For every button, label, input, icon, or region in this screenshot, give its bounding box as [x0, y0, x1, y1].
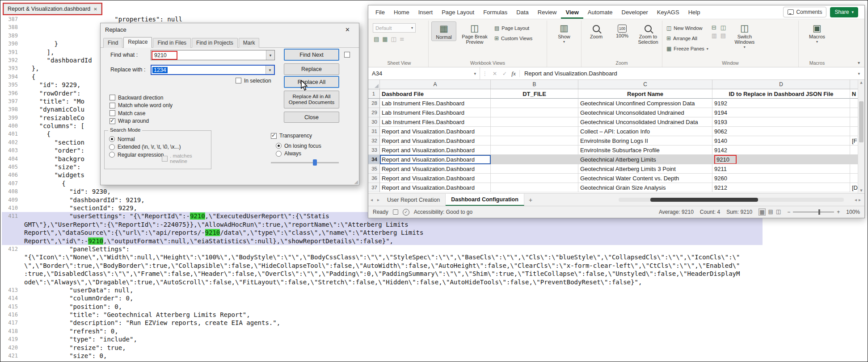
show-button[interactable]: ▥ Show ▾: [552, 21, 576, 45]
row-number[interactable]: 36: [368, 174, 380, 183]
formula-bar-expand-icon[interactable]: ▾: [858, 71, 864, 76]
cell-B28[interactable]: [491, 99, 578, 108]
dialog-tab-find-in-projects[interactable]: Find in Projects: [192, 38, 238, 48]
hide-window-icon[interactable]: ▥: [712, 33, 719, 39]
zoom-to-selection-button[interactable]: Zoom to Selection: [636, 21, 660, 46]
new-window-button[interactable]: ◫ New Window: [665, 24, 710, 33]
option-match-case[interactable]: Match case: [110, 109, 173, 117]
row-number[interactable]: 31: [368, 127, 380, 136]
exit-sheet-view-icon[interactable]: ▦: [382, 36, 388, 42]
transparency-mode-always[interactable]: Always: [276, 150, 321, 158]
ribbon-tab-view[interactable]: View: [561, 5, 583, 19]
dialog-title-bar[interactable]: Replace ✕: [101, 23, 359, 36]
row-number[interactable]: 29: [368, 108, 380, 117]
normal-view-button[interactable]: ▦ Normal: [431, 21, 456, 41]
scroll-up-icon[interactable]: ▲: [858, 81, 864, 84]
zoom-in-icon[interactable]: +: [837, 209, 840, 215]
cell-D29[interactable]: 9194: [712, 108, 850, 117]
row-number[interactable]: 32: [368, 136, 380, 146]
find-what-input[interactable]: 9210 ▾: [151, 50, 275, 60]
ribbon-tab-formulas[interactable]: Formulas: [479, 5, 512, 19]
search-mode-extended-n-r-t-0-x-[interactable]: Extended (\n, \r, \t, \0, \x...): [109, 143, 181, 151]
new-sheet-view-icon[interactable]: ◫: [391, 36, 396, 42]
sheet-nav-left-icon[interactable]: ◂: [368, 197, 375, 202]
cell-A34[interactable]: Report and Visualization.Dashboard: [380, 155, 491, 164]
cell-C36[interactable]: Geotechnical Water Content vs. Depth: [578, 174, 712, 183]
cell-A30[interactable]: Lab Instrument Files.Dashboard: [380, 117, 491, 127]
cell-D30[interactable]: 9193: [712, 117, 850, 127]
search-mode-normal[interactable]: Normal: [109, 135, 181, 143]
cell-B31[interactable]: [491, 127, 578, 136]
ribbon-tab-data[interactable]: Data: [512, 5, 533, 19]
cell-C28[interactable]: Geotechnical Unconfined Compression Data: [578, 99, 712, 108]
transparency-checkbox[interactable]: Transparency: [271, 133, 312, 139]
custom-views-button[interactable]: ⊞ Custom Views: [493, 34, 534, 43]
dialog-tab-replace[interactable]: Replace: [123, 37, 152, 48]
hscroll-left-icon[interactable]: ◂: [855, 197, 857, 202]
cell-B34[interactable]: [491, 155, 578, 164]
scrollbar-thumb[interactable]: [859, 101, 864, 142]
page-break-view-icon[interactable]: ◫: [776, 208, 781, 216]
share-button[interactable]: Share ▾: [830, 7, 858, 17]
ribbon-tab-file[interactable]: File: [371, 5, 389, 19]
cell-E37[interactable]: [D: [850, 183, 858, 192]
option-backward-direction[interactable]: Backward direction: [110, 94, 173, 102]
replace-button[interactable]: Replace: [284, 63, 339, 75]
row-number[interactable]: 1: [368, 89, 380, 99]
formula-bar-value[interactable]: Report and Visualization.Dashboard: [520, 70, 858, 77]
cell-D34[interactable]: 9210: [712, 155, 850, 164]
ribbon-tab-review[interactable]: Review: [533, 5, 561, 19]
column-header-d[interactable]: D: [712, 80, 850, 89]
sheet-nav-right-icon[interactable]: ▸: [375, 197, 382, 202]
dialog-tab-find[interactable]: Find: [103, 38, 122, 48]
replace-dropdown-arrow-icon[interactable]: ▾: [265, 66, 274, 74]
header-cell-1[interactable]: Dashboard File: [380, 89, 491, 99]
cell-A31[interactable]: Report and Visualization.Dashboard: [380, 127, 491, 136]
cell-C37[interactable]: Geotechnical Grain Size Analysis: [578, 183, 712, 192]
cell-C31[interactable]: Collect – API: Location Info: [578, 127, 712, 136]
transparency-mode-on-losing-focus[interactable]: On losing focus: [276, 142, 321, 150]
cell-E33[interactable]: [850, 146, 858, 155]
cell-D35[interactable]: 9211: [712, 164, 850, 174]
in-selection-checkbox[interactable]: In selection: [236, 77, 271, 85]
cell-A37[interactable]: Report and Visualization.Dashboard: [380, 183, 491, 192]
ribbon-tab-home[interactable]: Home: [389, 5, 414, 19]
add-sheet-button[interactable]: +: [524, 196, 537, 204]
cell-E30[interactable]: [850, 117, 858, 127]
column-header-b[interactable]: B: [491, 80, 578, 89]
zoom-button[interactable]: Zoom: [584, 21, 608, 40]
cell-D28[interactable]: 9192: [712, 99, 850, 108]
cell-B29[interactable]: [491, 108, 578, 117]
header-cell-3[interactable]: Report Name: [578, 89, 712, 99]
reset-window-position-icon[interactable]: ▤: [721, 33, 728, 39]
cancel-icon[interactable]: ✕: [490, 71, 500, 77]
scrollbar-thumb[interactable]: [650, 198, 758, 202]
column-header-c[interactable]: C: [578, 80, 712, 89]
cell-C29[interactable]: Geotechnical Unconsolidated Undrained: [578, 108, 712, 117]
cell-A35[interactable]: Report and Visualization.Dashboard: [380, 164, 491, 174]
ribbon-tab-automate[interactable]: Automate: [583, 5, 617, 19]
cell-C34[interactable]: Geotechnical Atterberg Limits: [578, 155, 712, 164]
cell-E29[interactable]: [850, 108, 858, 117]
page-layout-view-icon[interactable]: ▤: [768, 208, 773, 216]
cell-E34[interactable]: [850, 155, 858, 164]
transparency-slider[interactable]: [271, 159, 339, 166]
row-number[interactable]: 33: [368, 146, 380, 155]
arrange-all-button[interactable]: ⊞ Arrange All: [665, 34, 710, 43]
zoom-slider[interactable]: [793, 212, 834, 212]
cell-B33[interactable]: [491, 146, 578, 155]
header-cell-5[interactable]: N: [850, 89, 858, 99]
zoom-100-button[interactable]: 100 100%: [610, 21, 634, 39]
keep-sheet-view-icon[interactable]: ▤: [374, 36, 379, 42]
horizontal-scrollbar[interactable]: [619, 198, 844, 202]
ribbon-tab-page-layout[interactable]: Page Layout: [437, 5, 479, 19]
accessibility-status[interactable]: Accessibility: Good to go: [414, 209, 472, 215]
dialog-tab-find-in-files[interactable]: Find in Files: [153, 38, 191, 48]
cell-D31[interactable]: 9062: [712, 127, 850, 136]
sheet-view-options-icon[interactable]: ≡: [400, 36, 405, 42]
macro-record-icon[interactable]: [393, 209, 398, 215]
normal-view-icon[interactable]: ▦: [758, 208, 765, 216]
header-cell-4[interactable]: ID to Replace in Dashboard JSON File: [712, 89, 850, 99]
replace-all-button[interactable]: Replace All: [284, 76, 339, 88]
tab-close-icon[interactable]: ✕: [93, 7, 97, 12]
